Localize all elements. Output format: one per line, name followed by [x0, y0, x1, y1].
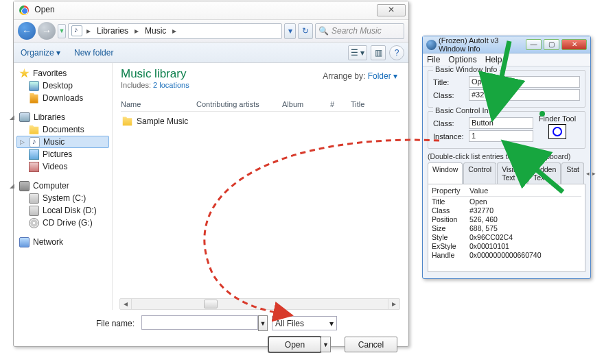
tab-stat[interactable]: Stat: [561, 162, 584, 184]
col-title[interactable]: Title: [351, 100, 378, 108]
chrome-icon: [19, 5, 29, 15]
finder-tool: Finder Tool: [537, 114, 578, 139]
finder-tool-target[interactable]: [548, 124, 566, 139]
chevron-right-icon[interactable]: ▸: [132, 26, 141, 36]
sidebar-computer-header[interactable]: ◢Computer: [16, 180, 109, 192]
scroll-right-icon[interactable]: ▸: [388, 299, 399, 309]
forward-button[interactable]: →: [38, 22, 56, 40]
crosshair-icon: [553, 127, 562, 136]
col-album[interactable]: Album: [282, 100, 330, 108]
scroll-thumb[interactable]: [204, 300, 218, 308]
computer-icon: [19, 181, 30, 191]
sidebar-item-videos[interactable]: Videos: [16, 160, 109, 173]
window-class-field[interactable]: #32770: [469, 89, 580, 101]
control-instance-field[interactable]: 1: [469, 130, 533, 142]
property-row[interactable]: Position526, 460: [432, 215, 581, 223]
file-row-sample-music[interactable]: Sample Music: [121, 112, 400, 130]
sidebar-item-system-c[interactable]: System (C:): [16, 192, 109, 204]
cd-icon: [29, 218, 39, 228]
breadcrumb-dropdown[interactable]: ▾: [284, 23, 296, 39]
file-list-pane: Music library Includes: 2 locations Arra…: [113, 63, 408, 310]
property-row[interactable]: Handle0x0000000000660740: [432, 251, 581, 259]
chevron-right-icon[interactable]: ▸: [170, 26, 179, 36]
sidebar-item-documents[interactable]: Documents: [16, 123, 109, 136]
cancel-button[interactable]: Cancel: [345, 337, 397, 352]
close-button[interactable]: ✕: [561, 39, 587, 50]
col-artist[interactable]: Contributing artists: [196, 100, 282, 108]
filename-history-dropdown[interactable]: ▼: [258, 315, 268, 331]
tab-scroll-left-icon[interactable]: ◂: [585, 170, 591, 177]
view-options-button[interactable]: ☰ ▾: [348, 45, 367, 60]
sidebar-libraries-header[interactable]: ◢Libraries: [16, 111, 109, 123]
tab-window[interactable]: Window: [428, 162, 463, 184]
chevron-down-icon: ▾: [329, 319, 334, 328]
clipboard-hint: (Double-click list entries to copy to cl…: [428, 152, 585, 160]
minimize-button[interactable]: —: [526, 39, 542, 50]
expand-icon[interactable]: ◢: [14, 182, 14, 189]
search-input[interactable]: 🔍 Search Music: [315, 23, 404, 39]
sidebar-item-cddrive-g[interactable]: CD Drive (G:): [16, 217, 109, 229]
breadcrumb-libraries[interactable]: Libraries: [93, 26, 132, 36]
property-row[interactable]: Size688, 575: [432, 224, 581, 232]
sidebar-item-pictures[interactable]: Pictures: [16, 148, 109, 160]
property-list[interactable]: Property Value TitleOpenClass#32770Posit…: [428, 184, 585, 272]
sidebar-item-downloads[interactable]: Downloads: [16, 92, 109, 104]
sidebar-item-music[interactable]: ▷Music: [16, 136, 109, 148]
close-button[interactable]: ✕: [377, 4, 406, 16]
refresh-button[interactable]: ↻: [298, 23, 313, 39]
open-dialog-titlebar[interactable]: Open ✕: [14, 1, 408, 20]
property-row[interactable]: Style0x96CC02C4: [432, 233, 581, 241]
sidebar-item-desktop[interactable]: Desktop: [16, 80, 109, 92]
autoit-window: (Frozen) AutoIt v3 Window Info — ▢ ✕ Fil…: [422, 36, 591, 279]
menu-help[interactable]: Help: [485, 55, 502, 64]
col-name[interactable]: Name: [121, 100, 196, 108]
help-button[interactable]: ?: [389, 45, 404, 60]
col-track[interactable]: #: [330, 100, 351, 108]
field-label: Class:: [433, 119, 466, 128]
column-headers[interactable]: Name Contributing artists Album # Title: [121, 100, 400, 112]
sidebar-item-local-d[interactable]: Local Disk (D:): [16, 204, 109, 217]
autoit-icon: [426, 40, 437, 50]
new-folder-button[interactable]: New folder: [74, 48, 113, 58]
property-row[interactable]: TitleOpen: [432, 197, 581, 206]
tab-visibletext[interactable]: Visible Text: [497, 162, 528, 184]
downloads-icon: [29, 93, 39, 104]
open-button[interactable]: Open: [268, 337, 321, 352]
music-icon: [30, 137, 40, 147]
maximize-button[interactable]: ▢: [544, 39, 559, 50]
libraries-icon: [19, 112, 30, 122]
breadcrumb-music[interactable]: Music: [141, 26, 170, 36]
preview-pane-button[interactable]: ▥: [371, 45, 386, 60]
filename-input[interactable]: [141, 315, 258, 330]
menu-file[interactable]: File: [427, 55, 440, 64]
arrange-by-dropdown[interactable]: Folder ▾: [368, 71, 397, 81]
search-icon: 🔍: [318, 26, 329, 36]
open-dialog-title: Open: [34, 5, 54, 14]
sidebar-network-header[interactable]: Network: [16, 236, 109, 248]
drive-icon: [29, 193, 39, 204]
autoit-titlebar[interactable]: (Frozen) AutoIt v3 Window Info — ▢ ✕: [423, 36, 590, 53]
property-row[interactable]: ExStyle0x00010101: [432, 242, 581, 250]
expand-icon[interactable]: ▷: [20, 138, 25, 145]
history-dropdown[interactable]: ▼: [58, 24, 66, 38]
control-class-field[interactable]: Button: [469, 117, 533, 129]
scroll-left-icon[interactable]: ◂: [120, 299, 132, 309]
finder-tool-label: Finder Tool: [537, 114, 578, 123]
breadcrumb-bar[interactable]: ▸ Libraries ▸ Music ▸: [68, 23, 282, 39]
menu-options[interactable]: Options: [448, 55, 476, 64]
horizontal-scrollbar[interactable]: ◂ ▸: [119, 298, 400, 310]
organize-button[interactable]: Organize ▾: [21, 48, 60, 58]
tab-control[interactable]: Control: [463, 162, 496, 184]
includes-locations-link[interactable]: 2 locations: [153, 81, 189, 89]
star-icon: [19, 69, 30, 79]
tab-hiddentext[interactable]: Hidden Text: [528, 162, 561, 184]
chevron-right-icon[interactable]: ▸: [84, 26, 93, 36]
property-row[interactable]: Class#32770: [432, 206, 581, 215]
window-title-field[interactable]: Open: [469, 76, 580, 88]
filetype-dropdown[interactable]: All Files▾: [272, 316, 337, 330]
open-button-dropdown[interactable]: ▼: [321, 337, 331, 352]
back-button[interactable]: ←: [18, 22, 36, 40]
sidebar-favorites-header[interactable]: Favorites: [16, 67, 109, 80]
tab-scroll-right-icon[interactable]: ▸: [591, 170, 597, 177]
expand-icon[interactable]: ◢: [14, 114, 14, 121]
